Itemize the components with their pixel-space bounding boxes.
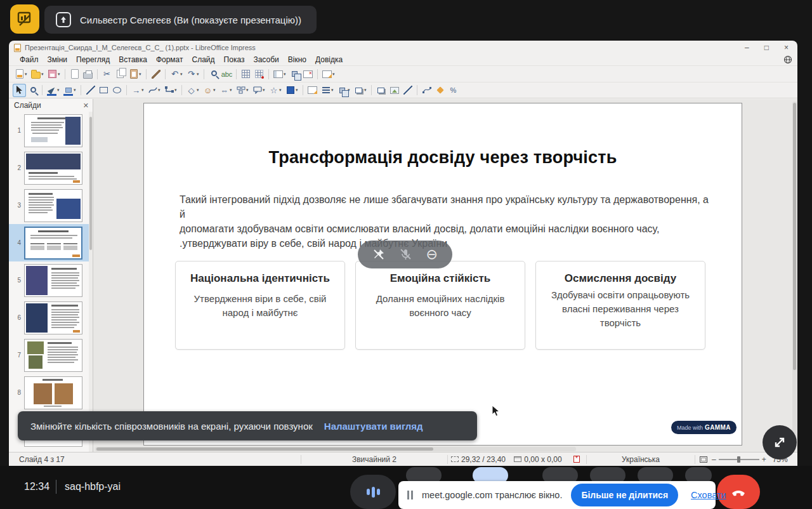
window-title-bar[interactable]: Презентація_Скирда_І_М_Селегеєв_С_С_ (1)… (9, 41, 797, 53)
zoom-slider[interactable] (719, 459, 759, 460)
horizontal-scrollbar[interactable] (95, 447, 576, 451)
hide-popup-link[interactable]: Сховати (691, 490, 726, 500)
insert-line-icon[interactable] (84, 84, 97, 97)
maximize-button[interactable]: □ (764, 43, 769, 52)
vertical-scrollbar[interactable] (792, 102, 797, 444)
stop-sharing-button[interactable]: Більше не ділитися (571, 484, 678, 506)
pause-sharing-icon[interactable] (407, 491, 413, 499)
slide-thumbnail-row[interactable]: 1 (9, 112, 89, 149)
3d-objects-icon[interactable] (284, 84, 297, 97)
copy-icon[interactable] (114, 67, 127, 81)
expand-tile-button[interactable] (763, 425, 797, 459)
slide-thumbnail-row[interactable]: 3 (9, 187, 89, 224)
crop-image-icon[interactable] (388, 84, 401, 97)
basic-shapes-icon[interactable]: ◇ (185, 84, 198, 97)
slide-thumbnail-row[interactable]: 5 (9, 261, 89, 299)
status-bar: Слайд 4 з 17 Звичайний 2 29,32 / 23,40 0… (9, 452, 797, 466)
menu-edit[interactable]: Зміни (43, 55, 72, 65)
select-tool-icon[interactable] (13, 84, 26, 97)
slide-properties-icon[interactable] (320, 67, 334, 81)
slide-thumbnail[interactable] (24, 189, 82, 222)
arrange-icon[interactable] (336, 84, 349, 97)
mic-off-icon[interactable] (399, 248, 412, 261)
connector-icon[interactable] (162, 84, 176, 97)
slide-thumbnail[interactable] (24, 152, 82, 185)
undo-icon[interactable]: ↶ (168, 67, 181, 81)
line-color-icon[interactable] (45, 84, 58, 97)
unsaved-changes-icon (573, 456, 580, 463)
slide-thumbnail[interactable] (24, 301, 82, 334)
globe-icon[interactable] (783, 55, 792, 64)
symbol-shapes-icon[interactable]: ☺ (201, 84, 214, 97)
current-slide[interactable]: Трансформація досвіду через творчість Та… (143, 103, 742, 446)
slide-thumbnail-row[interactable]: 4 (9, 224, 89, 261)
save-icon[interactable] (46, 67, 59, 81)
rectangle-icon[interactable] (97, 84, 110, 97)
zoom-in-button[interactable]: + (762, 455, 766, 464)
new-document-icon[interactable] (13, 67, 26, 81)
document-modified[interactable] (567, 456, 586, 463)
close-button[interactable]: × (784, 43, 789, 52)
presentation-app-icon[interactable] (10, 4, 39, 34)
clone-formatting-icon[interactable] (149, 67, 162, 81)
flowchart-icon[interactable] (234, 84, 247, 97)
menu-file[interactable]: Файл (15, 55, 43, 65)
align-objects-icon[interactable] (319, 84, 332, 97)
display-views-icon[interactable] (272, 67, 285, 81)
shadow-icon[interactable] (374, 84, 388, 97)
show-draw-functions-icon[interactable]: % (447, 84, 460, 97)
stars-icon[interactable]: ☆ (267, 84, 280, 97)
lines-arrows-icon[interactable]: → (129, 84, 143, 97)
menu-tools[interactable]: Засоби (249, 55, 283, 65)
panel-scrollbar[interactable] (89, 112, 93, 452)
slide-thumbnail-row[interactable]: 6 (9, 299, 89, 336)
find-replace-icon[interactable] (207, 67, 220, 81)
remove-tile-icon[interactable]: ⊖ (426, 248, 437, 261)
display-grid-icon[interactable] (239, 67, 252, 81)
menu-window[interactable]: Вікно (284, 55, 311, 65)
block-arrows-icon[interactable]: ⇔ (218, 84, 231, 97)
menu-insert[interactable]: Вставка (114, 55, 152, 65)
insert-textbox-icon[interactable] (306, 84, 319, 97)
thumbnail-content-block (51, 305, 78, 307)
menu-slideshow[interactable]: Показ (219, 55, 249, 65)
paste-icon[interactable] (127, 67, 140, 81)
slide-thumbnail[interactable] (24, 227, 82, 260)
panel-close-icon[interactable]: ✕ (83, 102, 89, 110)
open-file-icon[interactable] (29, 67, 43, 81)
menu-help[interactable]: Довідка (311, 55, 347, 65)
ellipse-icon[interactable] (110, 84, 124, 97)
language-selector[interactable]: Українська (587, 455, 695, 464)
edit-points-icon[interactable] (420, 84, 433, 97)
minimize-button[interactable]: – (745, 43, 749, 52)
export-pdf-icon[interactable] (68, 67, 81, 81)
delete-slide-icon[interactable] (301, 67, 315, 81)
zoom-out-button[interactable]: – (712, 455, 716, 464)
print-icon[interactable] (81, 67, 95, 81)
cut-icon[interactable]: ✂ (100, 67, 114, 81)
glue-points-icon[interactable] (433, 84, 447, 97)
slide-thumbnail-row[interactable]: 2 (9, 149, 89, 187)
slide-thumbnail[interactable] (24, 264, 82, 297)
unpin-icon[interactable] (372, 248, 385, 261)
fit-slide-button[interactable] (695, 456, 712, 463)
snap-guides-icon[interactable] (252, 67, 266, 81)
duplicate-slide-icon[interactable] (288, 67, 301, 81)
menu-view[interactable]: Перегляд (72, 55, 114, 65)
curve-tool-icon[interactable] (146, 84, 159, 97)
slide-thumbnail-row[interactable]: 7 (9, 336, 89, 374)
slide-thumbnail-row[interactable]: 8 (9, 374, 89, 411)
fill-color-icon[interactable] (62, 84, 75, 97)
redo-icon[interactable]: ↷ (185, 67, 198, 81)
slide-thumbnail[interactable] (24, 114, 82, 147)
menu-format[interactable]: Формат (152, 55, 188, 65)
adjust-layout-link[interactable]: Налаштувати вигляд (324, 421, 423, 432)
menu-slide[interactable]: Слайд (188, 55, 219, 65)
callouts-icon[interactable] (251, 84, 264, 97)
spelling-icon[interactable]: abc (220, 67, 233, 81)
filter-icon[interactable] (401, 84, 414, 97)
slide-thumbnail[interactable] (24, 339, 82, 372)
slide-thumbnail[interactable] (24, 376, 82, 409)
zoom-tool-icon[interactable] (26, 84, 39, 97)
bring-forward-icon[interactable] (352, 84, 365, 97)
